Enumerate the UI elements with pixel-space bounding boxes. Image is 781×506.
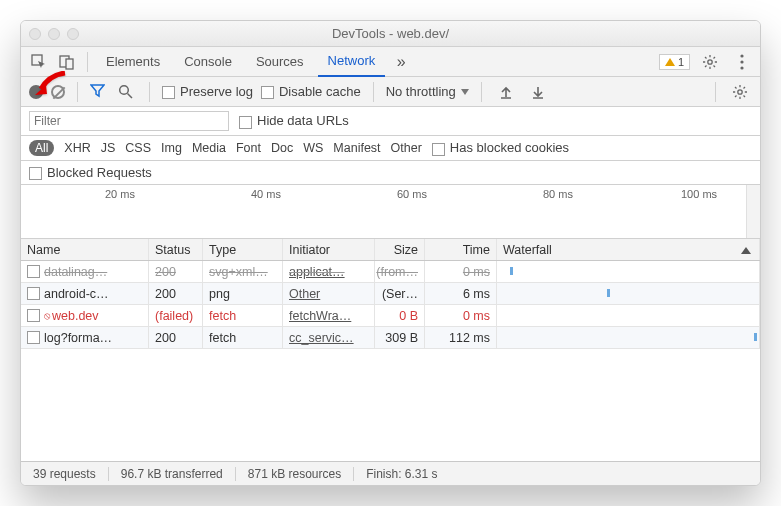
- tab-elements[interactable]: Elements: [96, 47, 170, 77]
- svg-point-14: [740, 66, 743, 69]
- row-checkbox[interactable]: [27, 309, 40, 322]
- disable-cache-checkbox[interactable]: Disable cache: [261, 84, 361, 99]
- throttling-select[interactable]: No throttling: [386, 84, 469, 99]
- timeline-tick: 60 ms: [397, 188, 427, 200]
- cell-waterfall: [497, 283, 760, 304]
- chevron-down-icon: [461, 89, 469, 95]
- blocked-requests-label: Blocked Requests: [47, 165, 152, 180]
- col-time[interactable]: Time: [425, 239, 497, 260]
- cell-time: 0 ms: [425, 305, 497, 326]
- kebab-menu-icon[interactable]: [730, 50, 754, 74]
- filter-img[interactable]: Img: [161, 141, 182, 155]
- tab-network[interactable]: Network: [318, 47, 386, 77]
- filter-xhr[interactable]: XHR: [64, 141, 90, 155]
- cell-waterfall: [497, 305, 760, 326]
- cell-size: (Ser…: [375, 283, 425, 304]
- tab-sources[interactable]: Sources: [246, 47, 314, 77]
- table-row[interactable]: ⦸web.dev(failed)fetchfetchWra…0 B0 ms: [21, 305, 760, 327]
- table-header: Name Status Type Initiator Size Time Wat…: [21, 239, 760, 261]
- clear-icon[interactable]: [51, 85, 65, 99]
- svg-line-16: [127, 94, 132, 99]
- cell-initiator[interactable]: applicat…: [283, 261, 375, 282]
- col-status[interactable]: Status: [149, 239, 203, 260]
- filter-js[interactable]: JS: [101, 141, 116, 155]
- cell-size: (from…: [375, 261, 425, 282]
- network-settings-icon[interactable]: [728, 80, 752, 104]
- filter-all[interactable]: All: [29, 140, 54, 156]
- timeline-overview[interactable]: 20 ms 40 ms 60 ms 80 ms 100 ms: [21, 185, 760, 239]
- svg-line-9: [714, 65, 716, 67]
- requests-table: Name Status Type Initiator Size Time Wat…: [21, 239, 760, 461]
- settings-icon[interactable]: [698, 50, 722, 74]
- blocked-cookies-checkbox[interactable]: Has blocked cookies: [432, 140, 569, 155]
- svg-point-12: [740, 54, 743, 57]
- col-size[interactable]: Size: [375, 239, 425, 260]
- separator: [77, 82, 78, 102]
- filter-font[interactable]: Font: [236, 141, 261, 155]
- svg-point-13: [740, 60, 743, 63]
- preserve-log-label: Preserve log: [180, 84, 253, 99]
- filter-input[interactable]: [29, 111, 229, 131]
- search-icon[interactable]: [113, 80, 137, 104]
- cell-status: (failed): [149, 305, 203, 326]
- timeline-tick: 80 ms: [543, 188, 573, 200]
- preserve-log-checkbox[interactable]: Preserve log: [162, 84, 253, 99]
- separator: [481, 82, 482, 102]
- svg-line-10: [705, 65, 707, 67]
- separator: [715, 82, 716, 102]
- filter-media[interactable]: Media: [192, 141, 226, 155]
- svg-rect-2: [66, 59, 73, 69]
- row-checkbox[interactable]: [27, 331, 40, 344]
- col-name[interactable]: Name: [21, 239, 149, 260]
- hide-data-urls-checkbox[interactable]: Hide data URLs: [239, 113, 349, 128]
- main-tabbar: Elements Console Sources Network » 1: [21, 47, 760, 77]
- table-row[interactable]: android-c…200pngOther(Ser…6 ms: [21, 283, 760, 305]
- device-toggle-icon[interactable]: [55, 50, 79, 74]
- separator: [149, 82, 150, 102]
- network-toolbar: Preserve log Disable cache No throttling: [21, 77, 760, 107]
- table-row[interactable]: log?forma…200fetchcc_servic…309 B112 ms: [21, 327, 760, 349]
- timeline-tick: 40 ms: [251, 188, 281, 200]
- col-type[interactable]: Type: [203, 239, 283, 260]
- cell-initiator[interactable]: cc_servic…: [283, 327, 375, 348]
- inspect-icon[interactable]: [27, 50, 51, 74]
- blocked-requests-checkbox[interactable]: Blocked Requests: [29, 165, 152, 180]
- col-waterfall-label: Waterfall: [503, 243, 552, 257]
- cell-status: 200: [149, 261, 203, 282]
- tab-console[interactable]: Console: [174, 47, 242, 77]
- timeline-tick: 100 ms: [681, 188, 717, 200]
- timeline-tick: 20 ms: [105, 188, 135, 200]
- filter-doc[interactable]: Doc: [271, 141, 293, 155]
- cell-status: 200: [149, 327, 203, 348]
- row-checkbox[interactable]: [27, 265, 40, 278]
- filter-manifest[interactable]: Manifest: [333, 141, 380, 155]
- svg-line-8: [705, 57, 707, 59]
- col-initiator[interactable]: Initiator: [283, 239, 375, 260]
- filter-bar: Hide data URLs: [21, 107, 760, 136]
- warnings-badge[interactable]: 1: [659, 54, 690, 70]
- cell-initiator[interactable]: fetchWra…: [283, 305, 375, 326]
- status-bar: 39 requests 96.7 kB transferred 871 kB r…: [21, 461, 760, 485]
- sort-icon: [741, 247, 751, 254]
- svg-point-19: [738, 89, 742, 93]
- cell-type: fetch: [203, 305, 283, 326]
- scrollbar[interactable]: [746, 185, 760, 238]
- col-waterfall[interactable]: Waterfall: [497, 239, 760, 260]
- row-checkbox[interactable]: [27, 287, 40, 300]
- cell-waterfall: [497, 327, 760, 348]
- filter-other[interactable]: Other: [391, 141, 422, 155]
- filter-ws[interactable]: WS: [303, 141, 323, 155]
- filter-icon[interactable]: [90, 83, 105, 101]
- more-tabs-icon[interactable]: »: [389, 50, 413, 74]
- import-har-icon[interactable]: [494, 80, 518, 104]
- filter-css[interactable]: CSS: [125, 141, 151, 155]
- cell-initiator[interactable]: Other: [283, 283, 375, 304]
- cell-type: svg+xml…: [203, 261, 283, 282]
- svg-line-27: [744, 87, 746, 89]
- cell-time: 112 ms: [425, 327, 497, 348]
- type-filter-bar: All XHR JS CSS Img Media Font Doc WS Man…: [21, 136, 760, 161]
- table-row[interactable]: datalinag…200svg+xml…applicat…(from…0 ms: [21, 261, 760, 283]
- export-har-icon[interactable]: [526, 80, 550, 104]
- svg-line-25: [744, 95, 746, 97]
- record-button[interactable]: [29, 85, 43, 99]
